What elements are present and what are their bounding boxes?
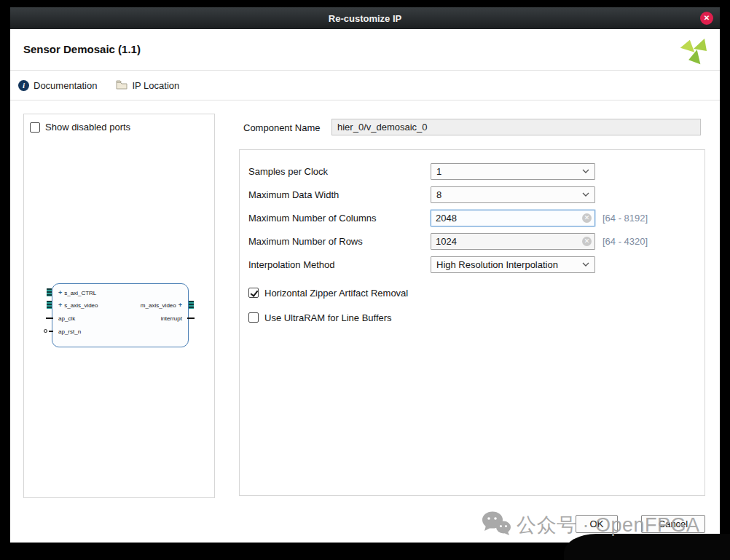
selected-value: 8 xyxy=(436,189,441,200)
max-rows-row: Maximum Number of Rows ✕ [64 - 4320] xyxy=(248,229,696,253)
ip-location-label: IP Location xyxy=(132,80,179,91)
interface-pin-icon xyxy=(47,301,52,309)
component-name-field[interactable]: hier_0/v_demosaic_0 xyxy=(331,119,701,135)
settings-panel: Samples per Clock 1 Maximum Data Width 8… xyxy=(239,149,705,496)
max-columns-input[interactable] xyxy=(431,210,595,226)
dialog-header: Sensor Demosaic (1.1) xyxy=(10,29,720,71)
ultraram-checkbox[interactable] xyxy=(248,312,259,323)
max-columns-range: [64 - 8192] xyxy=(603,213,648,224)
show-disabled-ports-checkbox[interactable] xyxy=(30,122,40,133)
ultraram-row: Use UltraRAM for Line Buffers xyxy=(248,309,696,326)
ultraram-label: Use UltraRAM for Line Buffers xyxy=(264,312,392,323)
window-title: Re-customize IP xyxy=(329,13,401,24)
max-columns-row: Maximum Number of Columns ✕ [64 - 8192] xyxy=(248,206,696,229)
chevron-down-icon xyxy=(582,169,589,173)
max-data-width-label: Maximum Data Width xyxy=(248,189,431,200)
port-s-axis-video[interactable]: + s_axis_video xyxy=(58,301,98,309)
component-name-label: Component Name xyxy=(243,122,321,133)
selected-value: 1 xyxy=(436,166,441,177)
pin-icon xyxy=(46,318,53,319)
zipper-removal-checkbox[interactable] xyxy=(248,288,259,298)
folder-icon xyxy=(116,79,127,92)
clear-icon[interactable]: ✕ xyxy=(582,213,592,223)
max-data-width-select[interactable]: 8 xyxy=(431,186,595,203)
ok-button[interactable]: OK xyxy=(576,515,618,533)
zipper-removal-row: Horizontal Zipper Artifact Removal xyxy=(248,285,696,301)
pin-icon xyxy=(49,331,53,332)
max-columns-input-wrap: ✕ xyxy=(431,210,595,226)
cancel-button[interactable]: Cancel xyxy=(641,515,705,533)
expand-plus-icon[interactable]: + xyxy=(58,289,62,296)
info-icon: i xyxy=(18,80,29,91)
port-label: interrupt xyxy=(161,315,182,322)
port-m-axis-video[interactable]: m_axis_video + xyxy=(141,301,182,309)
interface-pin-icon xyxy=(47,288,52,296)
zipper-removal-label: Horizontal Zipper Artifact Removal xyxy=(264,288,408,299)
recustomize-ip-dialog: Re-customize IP ✕ Sensor Demosaic (1.1) … xyxy=(10,7,720,543)
titlebar[interactable]: Re-customize IP ✕ xyxy=(10,7,720,29)
port-label: ap_rst_n xyxy=(58,328,81,335)
port-ap-rst-n[interactable]: ap_rst_n xyxy=(58,327,81,336)
active-low-dot-icon xyxy=(44,329,47,333)
block-diagram-panel: Show disabled ports + s_axi_CTRL + s_axi… xyxy=(23,114,215,498)
expand-plus-icon[interactable]: + xyxy=(58,301,62,309)
toolbar: i Documentation IP Location xyxy=(10,71,720,100)
documentation-label: Documentation xyxy=(34,80,97,91)
max-rows-label: Maximum Number of Rows xyxy=(248,236,431,247)
port-label: s_axi_CTRL xyxy=(64,290,96,296)
max-columns-label: Maximum Number of Columns xyxy=(248,213,431,224)
interpolation-select[interactable]: High Resolution Interpolation xyxy=(431,256,595,273)
show-disabled-ports-label: Show disabled ports xyxy=(45,122,130,133)
port-label: ap_clk xyxy=(58,315,75,322)
max-rows-input-wrap: ✕ xyxy=(431,233,595,250)
documentation-button[interactable]: i Documentation xyxy=(18,80,97,91)
port-label: s_axis_video xyxy=(64,302,98,309)
close-icon[interactable]: ✕ xyxy=(700,12,713,25)
vendor-logo-icon xyxy=(680,36,708,65)
interpolation-label: Interpolation Method xyxy=(248,259,431,270)
max-rows-range: [64 - 4320] xyxy=(603,236,648,247)
bottom-shadow xyxy=(564,534,730,560)
samples-per-clock-row: Samples per Clock 1 xyxy=(248,159,696,183)
interpolation-row: Interpolation Method High Resolution Int… xyxy=(248,253,696,276)
clear-icon[interactable]: ✕ xyxy=(582,237,592,246)
ip-location-button[interactable]: IP Location xyxy=(116,79,179,92)
port-s-axi-ctrl[interactable]: + s_axi_CTRL xyxy=(58,288,96,297)
selected-value: High Resolution Interpolation xyxy=(436,259,558,270)
pin-icon xyxy=(187,318,195,319)
interface-pin-icon xyxy=(189,301,194,309)
ip-block-diagram[interactable]: + s_axi_CTRL + s_axis_video ap_clk ap_rs… xyxy=(52,283,189,347)
port-label: m_axis_video xyxy=(141,302,176,309)
chevron-down-icon xyxy=(582,192,589,197)
max-rows-input[interactable] xyxy=(431,233,595,250)
expand-plus-icon[interactable]: + xyxy=(178,301,182,309)
max-data-width-row: Maximum Data Width 8 xyxy=(248,183,696,206)
ip-title: Sensor Demosaic (1.1) xyxy=(23,43,141,55)
samples-per-clock-label: Samples per Clock xyxy=(248,166,431,177)
samples-per-clock-select[interactable]: 1 xyxy=(431,163,595,180)
chevron-down-icon xyxy=(582,262,589,267)
show-disabled-ports-row: Show disabled ports xyxy=(24,114,214,133)
port-interrupt[interactable]: interrupt xyxy=(161,314,182,323)
port-ap-clk[interactable]: ap_clk xyxy=(58,314,75,323)
